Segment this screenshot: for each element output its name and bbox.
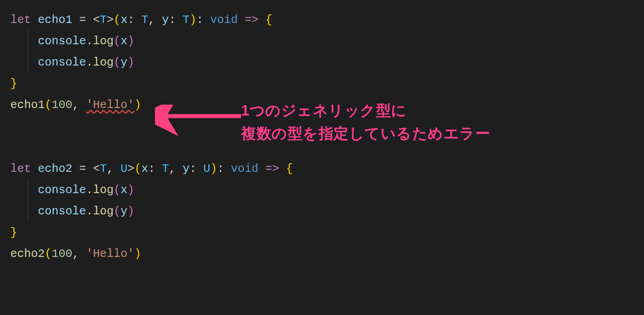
code-line: console.log(y) (10, 201, 634, 222)
code-editor[interactable]: let echo1 = <T>(x: T, y: T): void => { c… (10, 9, 634, 264)
keyword-let: let (10, 13, 31, 26)
code-line: echo1(100, 'Hello') (10, 94, 634, 116)
type-param: T (100, 13, 107, 26)
type-void: void (210, 13, 238, 26)
code-line: } (10, 222, 634, 243)
code-line: let echo1 = <T>(x: T, y: T): void => { (10, 9, 634, 30)
string-literal: 'Hello' (86, 247, 134, 260)
code-line: console.log(y) (10, 52, 634, 73)
code-line: } (10, 73, 634, 94)
code-line: let echo2 = <T, U>(x: T, y: U): void => … (10, 158, 634, 179)
function-call: echo2 (10, 247, 45, 260)
code-line: console.log(x) (10, 30, 634, 52)
identifier: echo2 (38, 162, 72, 175)
code-line: console.log(x) (10, 179, 634, 201)
blank-line (10, 116, 634, 137)
function-call: echo1 (10, 98, 45, 112)
number-literal: 100 (52, 247, 72, 260)
keyword-let: let (10, 162, 31, 175)
code-line: echo2(100, 'Hello') (10, 243, 634, 264)
number-literal: 100 (52, 98, 72, 112)
blank-line (10, 137, 634, 158)
string-literal-error: 'Hello' (86, 98, 134, 112)
identifier: echo1 (38, 13, 72, 26)
